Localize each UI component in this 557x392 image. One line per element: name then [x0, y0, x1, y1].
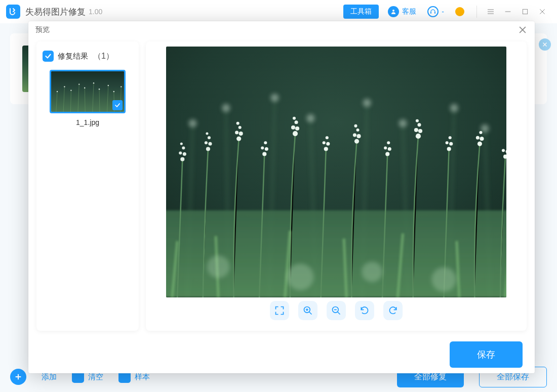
remove-card-button[interactable]: [539, 38, 551, 51]
svg-point-91: [387, 141, 390, 144]
title-bar: 失易得图片修复 1.00 工具箱 客服 -: [0, 0, 557, 23]
svg-point-29: [70, 90, 71, 91]
svg-point-85: [353, 134, 356, 137]
svg-point-78: [293, 117, 296, 120]
svg-point-92: [416, 134, 421, 139]
add-action[interactable]: 添加: [42, 372, 57, 382]
svg-point-90: [384, 146, 387, 149]
preview-panel: [146, 41, 527, 331]
svg-point-62: [205, 141, 208, 144]
menu-button[interactable]: [482, 4, 499, 19]
svg-point-34: [108, 85, 109, 86]
svg-point-81: [323, 141, 326, 144]
svg-point-69: [236, 122, 240, 125]
results-sidebar: 修复结果 （1）: [36, 41, 139, 331]
thumbnail-image[interactable]: [50, 70, 126, 113]
results-label: 修复结果: [58, 52, 88, 61]
svg-point-95: [417, 123, 421, 126]
svg-point-51: [399, 119, 407, 127]
svg-point-57: [179, 152, 182, 155]
svg-point-52: [450, 104, 458, 112]
preview-toolbar: [166, 297, 506, 324]
results-count: （1）: [93, 51, 114, 62]
svg-point-71: [265, 147, 268, 151]
svg-point-55: [180, 157, 184, 161]
preview-image[interactable]: [166, 47, 506, 297]
svg-point-28: [64, 86, 65, 87]
svg-point-96: [416, 119, 419, 122]
svg-point-74: [293, 131, 298, 136]
svg-point-89: [388, 147, 391, 151]
svg-point-84: [356, 134, 361, 138]
svg-point-102: [480, 137, 484, 141]
svg-point-86: [356, 128, 359, 132]
svg-point-65: [236, 137, 241, 141]
svg-point-104: [479, 131, 482, 134]
svg-point-97: [447, 147, 451, 151]
svg-point-70: [262, 152, 266, 156]
maximize-button[interactable]: [516, 4, 534, 19]
svg-point-117: [362, 262, 382, 282]
svg-point-60: [206, 147, 210, 151]
warning-badge-icon[interactable]: [455, 7, 464, 16]
svg-point-32: [93, 82, 94, 83]
svg-line-120: [309, 312, 312, 315]
svg-point-99: [446, 141, 449, 144]
support-button[interactable]: 客服: [388, 6, 416, 17]
thumbnail-checked-icon: [112, 100, 123, 110]
rotate-left-button[interactable]: [355, 301, 374, 320]
svg-point-56: [183, 152, 186, 156]
add-circle-button[interactable]: [10, 369, 26, 385]
svg-rect-1: [430, 12, 431, 14]
minimize-button[interactable]: [499, 4, 516, 19]
svg-point-30: [78, 83, 79, 84]
svg-rect-2: [434, 12, 435, 14]
svg-point-67: [235, 131, 238, 135]
svg-point-93: [418, 129, 422, 133]
svg-point-94: [414, 128, 418, 132]
svg-point-73: [264, 141, 267, 144]
clear-label: 清空: [88, 372, 103, 382]
toolbox-button[interactable]: 工具箱: [343, 5, 379, 19]
support-label: 客服: [402, 7, 416, 16]
svg-point-50: [363, 99, 371, 107]
modal-footer: 保存: [28, 336, 535, 373]
support-icon: [388, 6, 399, 17]
headset-icon: [427, 6, 439, 17]
divider: [476, 6, 477, 18]
zoom-out-button[interactable]: [327, 301, 346, 320]
svg-point-53: [481, 124, 489, 133]
svg-point-35: [113, 91, 114, 92]
svg-point-33: [99, 89, 100, 90]
app-logo: [6, 5, 20, 19]
svg-point-27: [57, 91, 58, 92]
svg-point-72: [261, 146, 264, 149]
close-button[interactable]: [534, 4, 551, 19]
svg-point-48: [270, 94, 278, 102]
results-header[interactable]: 修复结果 （1）: [43, 51, 133, 62]
preview-modal: 预览 修复结果 （1）: [28, 21, 535, 373]
save-button[interactable]: 保存: [450, 341, 523, 368]
svg-point-49: [306, 114, 314, 122]
fullscreen-button[interactable]: [270, 301, 289, 320]
notifications-button[interactable]: -: [427, 6, 444, 17]
svg-point-76: [291, 125, 295, 129]
rotate-right-button[interactable]: [383, 301, 403, 320]
svg-point-88: [385, 152, 389, 156]
svg-point-77: [295, 120, 298, 124]
svg-point-36: [121, 86, 122, 87]
svg-point-118: [431, 267, 456, 292]
svg-point-79: [324, 147, 328, 151]
result-thumbnail-item[interactable]: 1_1.jpg: [50, 70, 126, 126]
svg-point-46: [188, 119, 196, 127]
select-all-checkbox[interactable]: [43, 51, 54, 62]
svg-point-59: [180, 143, 183, 145]
svg-point-0: [392, 10, 394, 12]
svg-point-80: [326, 142, 330, 146]
modal-close-button[interactable]: [518, 25, 528, 35]
zoom-in-button[interactable]: [298, 301, 317, 320]
svg-point-82: [326, 136, 329, 139]
svg-point-98: [449, 142, 453, 146]
svg-point-116: [287, 264, 314, 290]
svg-point-47: [222, 104, 230, 112]
